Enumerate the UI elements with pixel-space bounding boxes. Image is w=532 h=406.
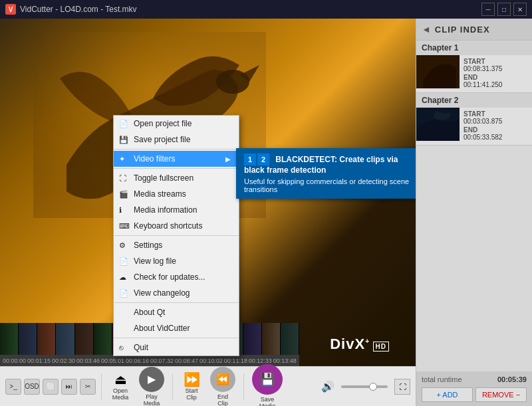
volume-icon: 🔊 bbox=[321, 380, 334, 393]
clip-index-footer: total runtime 00:05:39 + ADD REMOVE − bbox=[416, 371, 532, 406]
toolbar: >_ OSD ⬜ ⏭ ✂ ⏏ OpenMedia ▶ PlayMedia ⏩ S… bbox=[0, 366, 416, 406]
film-frame bbox=[37, 323, 56, 355]
time-marker: 00:06:16 bbox=[126, 357, 149, 364]
menu-about-qt[interactable]: About Qt bbox=[114, 304, 239, 320]
time-marker: 00:08:47 bbox=[175, 357, 198, 364]
play-media-button[interactable]: ▶ PlayMedia bbox=[136, 364, 167, 407]
fullscreen-icon: ⛶ bbox=[119, 174, 126, 182]
open-media-button[interactable]: ⏏ OpenMedia bbox=[107, 370, 134, 403]
time-marker: 00:02:30 bbox=[52, 357, 75, 364]
clip-item-1: START 00:08:31.375 END 00:11:41.250 bbox=[416, 55, 532, 93]
menu-settings[interactable]: ⚙ Settings bbox=[114, 237, 239, 253]
save-icon: 💾 bbox=[252, 364, 283, 395]
toolbar-divider-2 bbox=[172, 373, 173, 400]
clip-index-panel: ◄ CLIP INDEX Chapter 1 START 00:08:31.37… bbox=[416, 19, 532, 406]
time-marker: 00:07:32 bbox=[150, 357, 174, 364]
toolbar-divider-3 bbox=[243, 373, 244, 400]
context-menu[interactable]: 📄 Open project file 💾 Save project file … bbox=[113, 115, 239, 356]
divx-logo: DivX+HD bbox=[330, 336, 389, 353]
titlebar: V VidCutter - LO4D.com - Test.mkv ─ □ ✕ bbox=[0, 0, 532, 19]
save-media-label: SaveMedia bbox=[259, 396, 276, 407]
fullscreen-toggle-button[interactable]: ⛶ bbox=[394, 379, 410, 395]
close-button[interactable]: ✕ bbox=[513, 3, 527, 16]
tooltip-numbers: 1 2 bbox=[244, 153, 269, 165]
save-media-button[interactable]: 💾 SaveMedia bbox=[249, 361, 285, 407]
minimize-button[interactable]: ─ bbox=[481, 3, 495, 16]
film-frame bbox=[281, 323, 299, 355]
film-frame bbox=[56, 323, 74, 355]
menu-keyboard-shortcuts[interactable]: ⌨ Keyboard shortcuts bbox=[114, 218, 239, 234]
settings-icon: ⚙ bbox=[119, 241, 126, 250]
open-media-label: OpenMedia bbox=[112, 387, 129, 401]
scissors-button[interactable]: ✂ bbox=[80, 379, 96, 395]
menu-separator-3 bbox=[114, 235, 239, 236]
clip-1-start: START 00:08:31.375 bbox=[464, 58, 502, 72]
video-filters-icon: ✦ bbox=[119, 155, 125, 163]
maximize-button[interactable]: □ bbox=[497, 3, 511, 16]
volume-slider[interactable] bbox=[341, 385, 388, 388]
tooltip-num-1: 1 bbox=[244, 153, 256, 165]
keyboard-icon: ⌨ bbox=[119, 222, 130, 231]
end-clip-icon: ⏪ bbox=[210, 367, 235, 392]
menu-view-log[interactable]: 📄 View log file bbox=[114, 253, 239, 269]
clip-thumbnail-1 bbox=[416, 55, 460, 88]
chapter-2-label: Chapter 2 bbox=[416, 93, 532, 108]
terminal-button[interactable]: >_ bbox=[5, 379, 21, 395]
clip-2-end: END 00:05:33.582 bbox=[464, 126, 502, 141]
submenu-arrow: ▶ bbox=[225, 155, 231, 163]
film-frame bbox=[94, 323, 112, 355]
menu-open-project[interactable]: 📄 Open project file bbox=[114, 116, 239, 132]
screenshot-button[interactable]: ⬜ bbox=[43, 379, 59, 395]
clip-thumbnail-2 bbox=[416, 108, 460, 141]
clip-1-end: END 00:11:41.250 bbox=[464, 74, 502, 88]
quit-icon: ⎋ bbox=[119, 344, 124, 352]
tooltip-body: Useful for skipping commercials or detec… bbox=[244, 177, 414, 193]
add-clip-button[interactable]: + ADD bbox=[422, 387, 473, 402]
volume-thumb[interactable] bbox=[369, 383, 377, 391]
menu-check-updates[interactable]: ☁ Check for updates... bbox=[114, 269, 239, 285]
start-clip-icon: ⏩ bbox=[184, 373, 200, 386]
tooltip-popup: 1 2 BLACKDETECT: Create clips via black … bbox=[236, 148, 416, 199]
runtime-value: 00:05:39 bbox=[497, 375, 527, 383]
skip-button[interactable]: ⏭ bbox=[61, 379, 77, 395]
remove-clip-button[interactable]: REMOVE − bbox=[475, 387, 527, 402]
eject-icon: ⏏ bbox=[114, 373, 127, 386]
menu-video-filters[interactable]: ✦ Video filters ▶ bbox=[114, 151, 239, 167]
play-media-label: PlayMedia bbox=[144, 393, 160, 407]
clip-1-times: START 00:08:31.375 END 00:11:41.250 bbox=[460, 55, 506, 92]
clip-index-title: CLIP INDEX bbox=[435, 25, 490, 35]
menu-save-project[interactable]: 💾 Save project file bbox=[114, 132, 239, 148]
clip-index-header: ◄ CLIP INDEX bbox=[416, 19, 532, 41]
window-controls[interactable]: ─ □ ✕ bbox=[481, 3, 527, 16]
start-clip-label: StartClip bbox=[185, 387, 198, 401]
menu-about-vidcutter[interactable]: About VidCutter bbox=[114, 320, 239, 336]
menu-separator-2 bbox=[114, 168, 239, 169]
menu-quit[interactable]: ⎋ Quit bbox=[114, 340, 239, 355]
menu-toggle-fullscreen[interactable]: ⛶ Toggle fullscreen bbox=[114, 170, 239, 186]
toolbar-right: 🔊 ⛶ bbox=[321, 379, 410, 395]
osd-button[interactable]: OSD bbox=[24, 379, 40, 395]
end-clip-button[interactable]: ⏪ EndClip bbox=[207, 364, 238, 407]
clip-actions: + ADD REMOVE − bbox=[422, 387, 527, 402]
menu-media-streams[interactable]: 🎬 Media streams bbox=[114, 186, 239, 202]
runtime-row: total runtime 00:05:39 bbox=[422, 375, 527, 383]
menu-media-information[interactable]: ℹ Media information bbox=[114, 202, 239, 218]
clip-back-button[interactable]: ◄ bbox=[422, 24, 431, 35]
time-marker: 00:05:01 bbox=[101, 357, 124, 364]
time-marker: 00:11:18 bbox=[224, 357, 247, 364]
clip-2-times: START 00:03:03.875 END 00:05:33.582 bbox=[460, 108, 506, 145]
media-info-icon: ℹ bbox=[119, 206, 122, 215]
menu-changelog[interactable]: 📄 View changelog bbox=[114, 285, 239, 301]
time-marker: 00:00:00 bbox=[3, 357, 26, 364]
film-frame bbox=[75, 323, 94, 355]
time-marker: 00:01:15 bbox=[27, 357, 51, 364]
time-marker: 00:03:46 bbox=[76, 357, 100, 364]
video-area: DivX+HD TIME: 00:05:3 FRAME: 12273 / 215… bbox=[0, 19, 416, 406]
chapter-1-label: Chapter 1 bbox=[416, 41, 532, 55]
toolbar-divider-1 bbox=[101, 373, 102, 400]
tooltip-title: 1 2 BLACKDETECT: Create clips via black … bbox=[244, 153, 414, 175]
save-project-icon: 💾 bbox=[119, 136, 128, 144]
start-clip-button[interactable]: ⏩ StartClip bbox=[178, 370, 205, 403]
play-icon: ▶ bbox=[139, 367, 164, 392]
clip-2-start: START 00:03:03.875 bbox=[464, 110, 502, 125]
